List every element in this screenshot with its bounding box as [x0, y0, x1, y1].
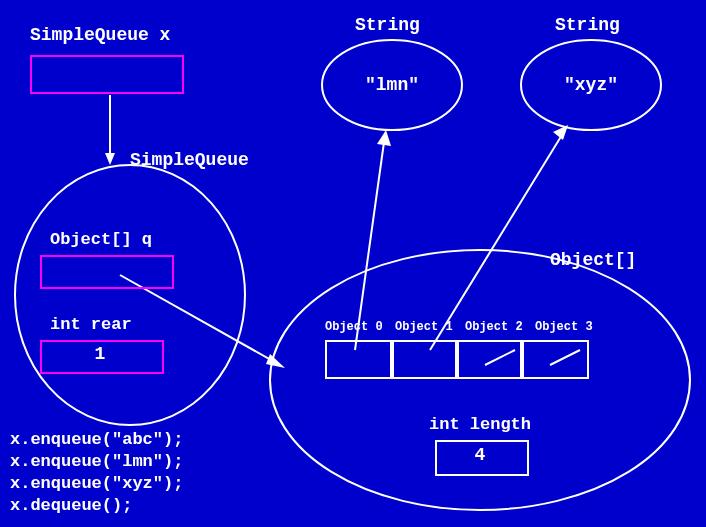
svg-marker-5: [105, 153, 115, 165]
simplequeue-class-label: SimpleQueue: [130, 150, 249, 170]
svg-marker-9: [377, 130, 391, 146]
svg-marker-7: [266, 354, 285, 368]
code-line-3: x.enqueue("xyz");: [10, 474, 183, 493]
var-x-box: [30, 55, 184, 94]
field-q-label: Object[] q: [50, 230, 152, 249]
slot-3-label: Object 3: [535, 320, 593, 334]
code-line-2: x.enqueue("lmn");: [10, 452, 183, 471]
code-line-4: x.dequeue();: [10, 496, 132, 515]
array-cell-3: [520, 340, 589, 379]
string-value-1: "lmn": [352, 75, 432, 95]
objectarray-type-label: Object[]: [550, 250, 636, 270]
array-cell-0: [325, 340, 394, 379]
slot-0-label: Object 0: [325, 320, 383, 334]
string-type-1: String: [355, 15, 420, 35]
field-q-box: [40, 255, 174, 289]
svg-line-8: [355, 135, 385, 350]
rear-value: 1: [40, 344, 160, 364]
string-value-2: "xyz": [551, 75, 631, 95]
slot-2-label: Object 2: [465, 320, 523, 334]
length-label: int length: [410, 415, 550, 434]
array-cell-2: [455, 340, 524, 379]
svg-line-10: [430, 130, 565, 350]
var-x-label: SimpleQueue x: [30, 25, 170, 45]
field-rear-label: int rear: [50, 315, 132, 334]
svg-point-0: [15, 165, 245, 425]
string-type-2: String: [555, 15, 620, 35]
slot-1-label: Object 1: [395, 320, 453, 334]
code-line-1: x.enqueue("abc");: [10, 430, 183, 449]
length-value: 4: [435, 445, 525, 465]
array-cell-1: [390, 340, 459, 379]
svg-marker-11: [553, 125, 568, 140]
